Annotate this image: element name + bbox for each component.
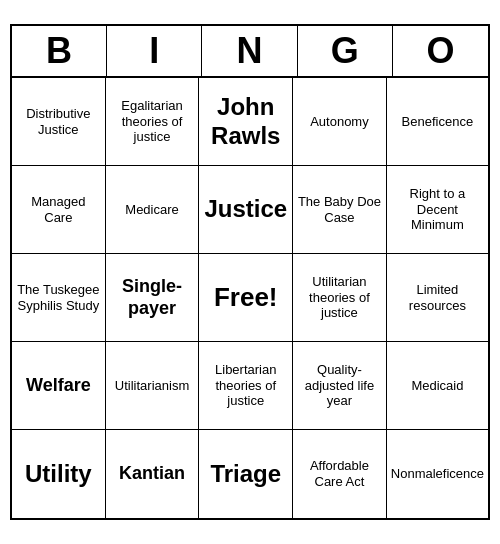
bingo-cell[interactable]: Autonomy [293,78,387,166]
bingo-cell[interactable]: Single-payer [106,254,200,342]
header-letter: G [298,26,393,76]
bingo-cell[interactable]: Utilitarian theories of justice [293,254,387,342]
bingo-cell[interactable]: Beneficence [387,78,488,166]
bingo-cell[interactable]: Kantian [106,430,200,518]
bingo-cell[interactable]: Egalitarian theories of justice [106,78,200,166]
bingo-header: BINGO [12,26,488,78]
bingo-cell[interactable]: Utility [12,430,106,518]
bingo-cell[interactable]: Triage [199,430,293,518]
bingo-cell[interactable]: The Baby Doe Case [293,166,387,254]
bingo-cell[interactable]: Distributive Justice [12,78,106,166]
bingo-cell[interactable]: Managed Care [12,166,106,254]
bingo-cell[interactable]: Welfare [12,342,106,430]
header-letter: O [393,26,488,76]
header-letter: I [107,26,202,76]
bingo-cell[interactable]: John Rawls [199,78,293,166]
bingo-grid: Distributive JusticeEgalitarian theories… [12,78,488,518]
bingo-cell[interactable]: Utilitarianism [106,342,200,430]
bingo-cell[interactable]: Libertarian theories of justice [199,342,293,430]
header-letter: B [12,26,107,76]
bingo-cell[interactable]: Quality-adjusted life year [293,342,387,430]
bingo-cell[interactable]: Justice [199,166,293,254]
bingo-card: BINGO Distributive JusticeEgalitarian th… [10,24,490,520]
bingo-cell[interactable]: Nonmaleficence [387,430,488,518]
bingo-cell[interactable]: Free! [199,254,293,342]
bingo-cell[interactable]: The Tuskegee Syphilis Study [12,254,106,342]
bingo-cell[interactable]: Medicaid [387,342,488,430]
header-letter: N [202,26,297,76]
bingo-cell[interactable]: Medicare [106,166,200,254]
bingo-cell[interactable]: Limited resources [387,254,488,342]
bingo-cell[interactable]: Affordable Care Act [293,430,387,518]
bingo-cell[interactable]: Right to a Decent Minimum [387,166,488,254]
